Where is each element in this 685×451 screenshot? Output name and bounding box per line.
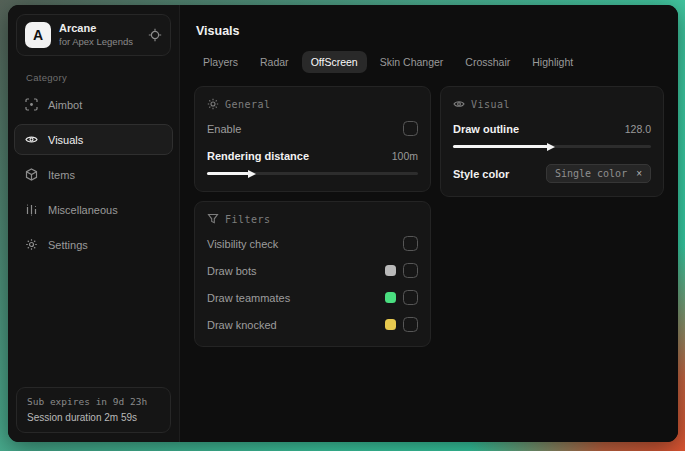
funnel-icon: [207, 213, 219, 225]
subscription-info-card: Sub expires in 9d 23h Session duration 2…: [16, 387, 171, 433]
draw-teammates-checkbox[interactable]: [403, 290, 418, 305]
sidebar-item-label: Items: [48, 169, 75, 181]
panel-title: Visual: [471, 99, 510, 110]
crosshair-icon: [25, 98, 38, 111]
tab-bar: Players Radar OffScreen Skin Changer Cro…: [194, 51, 664, 73]
visibility-check-label: Visibility check: [207, 238, 278, 250]
close-icon[interactable]: ×: [636, 169, 642, 179]
slider-thumb[interactable]: [248, 170, 256, 178]
draw-knocked-label: Draw knocked: [207, 319, 277, 331]
style-color-label: Style color: [453, 168, 509, 180]
draw-bots-label: Draw bots: [207, 265, 257, 277]
slider-thumb[interactable]: [547, 143, 555, 151]
page-title: Visuals: [196, 24, 664, 38]
sidebar-item-label: Aimbot: [48, 99, 82, 111]
rendering-distance-label: Rendering distance: [207, 150, 309, 162]
tab-skin-changer[interactable]: Skin Changer: [371, 51, 453, 73]
main-content: Visuals Players Radar OffScreen Skin Cha…: [180, 5, 678, 442]
app-name: Arcane: [59, 22, 140, 36]
draw-bots-checkbox[interactable]: [403, 263, 418, 278]
draw-outline-value: 128.0: [625, 123, 651, 135]
gear-icon: [25, 238, 38, 251]
draw-knocked-checkbox[interactable]: [403, 317, 418, 332]
draw-teammates-label: Draw teammates: [207, 292, 290, 304]
sidebar-item-visuals[interactable]: Visuals: [14, 124, 173, 155]
sidebar-item-aimbot[interactable]: Aimbot: [14, 89, 173, 120]
style-color-select[interactable]: Single color ×: [546, 164, 651, 183]
sidebar-item-items[interactable]: Items: [14, 159, 173, 190]
enable-checkbox[interactable]: [403, 121, 418, 136]
eye-icon: [453, 98, 465, 110]
sidebar-item-label: Visuals: [48, 134, 83, 146]
sub-expires-text: Sub expires in 9d 23h: [27, 395, 160, 410]
app-window: A Arcane for Apex Legends Category: [8, 5, 678, 442]
panel-title: Filters: [225, 214, 271, 225]
panel-general: General Enable Rendering distance 100m: [194, 86, 431, 192]
sidebar-item-settings[interactable]: Settings: [14, 229, 173, 260]
grid-icon: [25, 203, 38, 216]
eye-icon: [25, 133, 38, 146]
panel-title: General: [225, 99, 271, 110]
panel-filters: Filters Visibility check Draw bots: [194, 201, 431, 347]
draw-bots-color-swatch[interactable]: [385, 265, 396, 276]
sidebar-item-label: Settings: [48, 239, 88, 251]
tab-crosshair[interactable]: Crosshair: [456, 51, 519, 73]
crosshair-target-icon[interactable]: [148, 28, 162, 42]
sidebar-item-miscellaneous[interactable]: Miscellaneous: [14, 194, 173, 225]
panel-visual: Visual Draw outline 128.0 Style color: [440, 86, 664, 197]
session-duration-text: Session duration 2m 59s: [27, 410, 160, 426]
rendering-distance-slider[interactable]: [207, 169, 418, 178]
sidebar: A Arcane for Apex Legends Category: [8, 5, 180, 442]
tab-radar[interactable]: Radar: [251, 51, 298, 73]
style-color-value: Single color: [555, 168, 627, 179]
app-subtitle: for Apex Legends: [59, 36, 140, 48]
app-logo: A: [25, 22, 51, 48]
tab-players[interactable]: Players: [194, 51, 247, 73]
sidebar-nav: Aimbot Visuals Items: [8, 87, 179, 262]
draw-knocked-color-swatch[interactable]: [385, 319, 396, 330]
sidebar-item-label: Miscellaneous: [48, 204, 118, 216]
rendering-distance-value: 100m: [392, 150, 418, 162]
cube-icon: [25, 168, 38, 181]
draw-outline-label: Draw outline: [453, 123, 519, 135]
tab-offscreen[interactable]: OffScreen: [302, 51, 367, 73]
visibility-check-checkbox[interactable]: [403, 236, 418, 251]
tab-highlight[interactable]: Highlight: [523, 51, 582, 73]
category-label: Category: [26, 72, 179, 83]
sun-icon: [207, 98, 219, 110]
enable-label: Enable: [207, 123, 241, 135]
draw-outline-slider[interactable]: [453, 142, 651, 151]
draw-teammates-color-swatch[interactable]: [385, 292, 396, 303]
app-header-card: A Arcane for Apex Legends: [16, 14, 171, 56]
